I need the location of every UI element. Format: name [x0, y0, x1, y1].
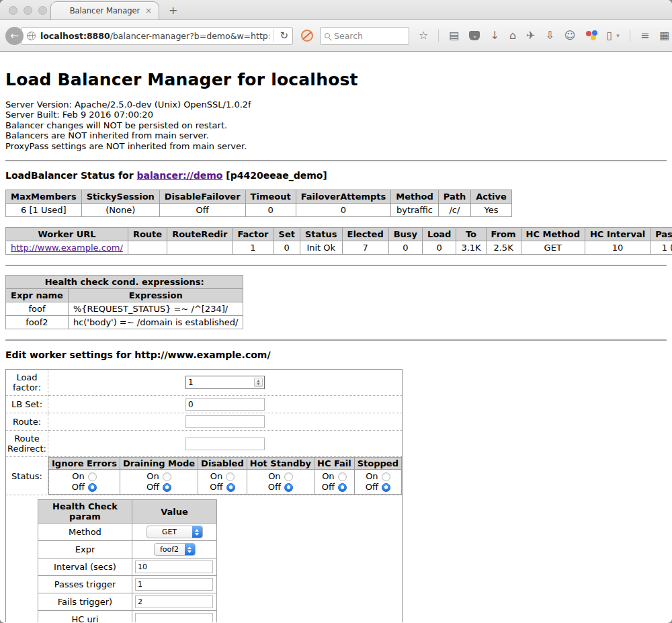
radio-option: Off: [356, 482, 400, 493]
number-stepper-icon[interactable]: ▲▼: [254, 378, 263, 387]
new-tab-button[interactable]: +: [169, 4, 177, 17]
method-select[interactable]: GET: [146, 526, 203, 538]
home-icon[interactable]: ⌂: [509, 30, 516, 41]
back-button[interactable]: ←: [5, 27, 24, 45]
radio-label: Off: [72, 482, 85, 493]
radio-off-draining-mode[interactable]: [163, 483, 171, 492]
route-label: Route:: [6, 413, 48, 431]
radio-option: On: [122, 471, 196, 482]
reload-icon[interactable]: ↻: [274, 30, 288, 42]
status-label: Status:: [6, 457, 48, 495]
route-redirect-input[interactable]: [185, 438, 265, 450]
downloads-icon[interactable]: ↓: [490, 30, 499, 41]
radio-on-hc-fail[interactable]: [338, 472, 347, 481]
radio-on-draining-mode[interactable]: [163, 472, 171, 481]
passes-trigger-input[interactable]: [135, 578, 213, 591]
pocket-icon[interactable]: ⌄: [469, 31, 480, 40]
radio-label: Off: [322, 482, 335, 493]
radio-off-hot-standby[interactable]: [284, 483, 293, 492]
radio-option: Off: [316, 482, 353, 493]
radio-label: On: [366, 471, 378, 482]
palette-icon[interactable]: [586, 30, 597, 41]
balancer-demo-link[interactable]: balancer://demo: [137, 170, 223, 181]
column-header: Value: [132, 500, 217, 524]
radio-on-disabled[interactable]: [226, 472, 235, 481]
radio-off-ignore-errors[interactable]: [88, 483, 97, 492]
status-column-header: Ignore Errors: [49, 458, 120, 470]
radio-option: Off: [122, 482, 196, 493]
radio-off-stopped[interactable]: [382, 483, 390, 492]
apps-grid-icon[interactable]: ▦: [659, 30, 669, 41]
save-to-device-icon[interactable]: ⇩: [545, 30, 554, 41]
load-factor-input[interactable]: [185, 376, 265, 389]
adblock-disabled-icon[interactable]: [301, 30, 313, 42]
minimize-window-button[interactable]: [24, 6, 32, 15]
window-controls: [9, 6, 47, 15]
status-column-header: HC Fail: [314, 458, 355, 470]
worker-url-link[interactable]: http://www.example.com/: [11, 243, 123, 253]
feedback-smiley-icon[interactable]: ☺: [564, 30, 576, 41]
column-header: Elected: [342, 228, 388, 241]
hc-param-value: GET: [132, 524, 217, 541]
table-cell: 2.5K: [486, 241, 521, 255]
route-input[interactable]: [185, 415, 265, 428]
radio-label: On: [322, 471, 334, 482]
server-info-line: Balancer changes will NOT be persisted o…: [5, 120, 667, 130]
radio-option: On: [200, 471, 245, 482]
toolbar-icons: ☆▤⌄↓⌂✈⇩☺▯▾≡▦: [419, 30, 669, 42]
column-header: HC Interval: [585, 228, 650, 241]
health-check-param-table: Health Check paramValueMethodGETExprfoof…: [38, 499, 217, 622]
send-icon[interactable]: ✈: [526, 30, 535, 41]
table-title-row: Health check cond. expressions:: [6, 276, 243, 289]
table-cell: GET: [521, 241, 585, 255]
column-header: HC Method: [521, 228, 585, 241]
table-row: 6 [1 Used](None)Off00bytraffic/c/Yes: [6, 204, 512, 217]
site-identity-globe-icon[interactable]: [27, 32, 36, 40]
status-column-header: Stopped: [354, 458, 401, 470]
menu-hamburger-icon[interactable]: ≡: [640, 30, 649, 41]
balancer-heading-prefix: LoadBalancer Status for: [5, 170, 137, 181]
interval-secs-input[interactable]: [135, 560, 213, 573]
bookmark-star-icon[interactable]: ☆: [419, 30, 428, 41]
hc-uri-input[interactable]: [135, 613, 213, 622]
worker-table: Worker URLRouteRouteRedirFactorSetStatus…: [5, 227, 672, 255]
expression-cell: %{REQUEST_STATUS} =~ /^[234]/: [68, 302, 243, 316]
overflow-chevron-icon[interactable]: ▾: [616, 32, 620, 39]
radio-on-hot-standby[interactable]: [284, 472, 293, 481]
server-info-line: Server Built: Feb 9 2016 07:00:20: [5, 110, 667, 120]
column-header: Timeout: [245, 190, 296, 204]
hc-param-label: Passes trigger: [38, 576, 132, 593]
page-viewport[interactable]: Load Balancer Manager for localhost Serv…: [0, 52, 672, 622]
navigation-toolbar: ← localhost:8880/balancer-manager?b=demo…: [0, 20, 672, 52]
page-title: Load Balancer Manager for localhost: [5, 52, 667, 99]
radio-off-hc-fail[interactable]: [338, 483, 347, 492]
tab-balancer-manager[interactable]: Balancer Manager ×: [50, 1, 159, 19]
table-cell: /c/: [438, 204, 470, 217]
column-header: Passes: [650, 228, 672, 241]
url-text[interactable]: localhost:8880/balancer-manager?b=demo&w…: [40, 31, 269, 41]
table-cell: 10: [585, 241, 650, 255]
radio-on-stopped[interactable]: [382, 472, 390, 481]
column-header: DisableFailover: [159, 190, 245, 204]
device-sync-icon[interactable]: ▯: [607, 30, 613, 41]
url-bar[interactable]: localhost:8880/balancer-manager?b=demo&w…: [21, 27, 293, 45]
radio-option: On: [316, 471, 353, 482]
table-cell: 0: [274, 241, 300, 255]
radio-label: On: [146, 471, 159, 482]
column-header: MaxMembers: [6, 190, 82, 204]
radio-off-disabled[interactable]: [226, 483, 235, 492]
table-cell: [167, 241, 233, 255]
server-info: Server Version: Apache/2.5.0-dev (Unix) …: [5, 99, 667, 151]
search-input[interactable]: Search: [320, 27, 409, 45]
zoom-window-button[interactable]: [38, 6, 47, 15]
table-row: foof%{REQUEST_STATUS} =~ /^[234]/: [6, 302, 243, 316]
expr-select[interactable]: foof2: [154, 543, 196, 556]
reading-list-icon[interactable]: ▤: [449, 30, 459, 41]
lb-set-input[interactable]: [185, 398, 265, 411]
tab-close-icon[interactable]: ×: [145, 6, 152, 15]
fails-trigger-input[interactable]: [135, 595, 213, 608]
close-window-button[interactable]: [9, 6, 17, 15]
hc-param-value: [132, 611, 217, 622]
radio-on-ignore-errors[interactable]: [88, 472, 97, 481]
hc-param-label: HC uri: [38, 611, 132, 622]
